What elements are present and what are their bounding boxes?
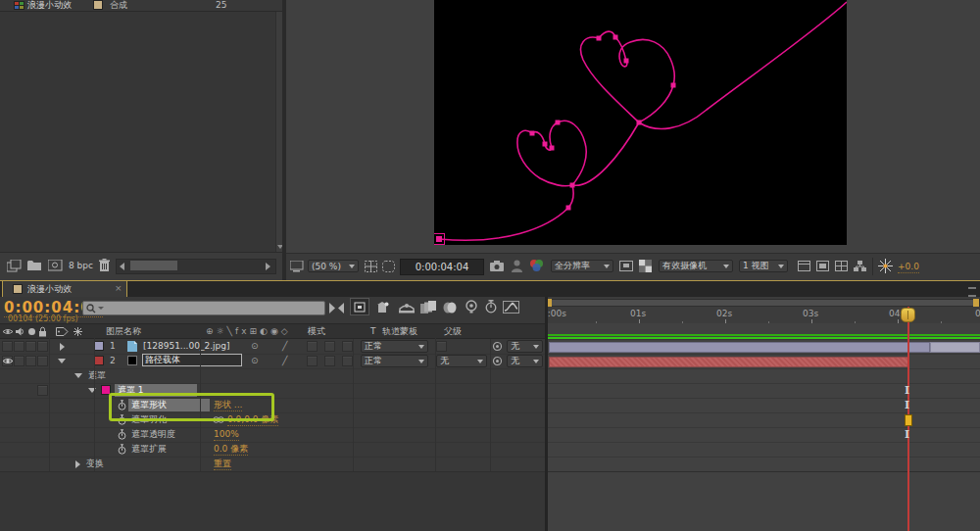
lock-toggle-cell[interactable] xyxy=(37,341,48,352)
new-folder-icon[interactable] xyxy=(27,260,42,271)
layer-label-chip[interactable] xyxy=(94,356,104,365)
work-area-start-handle[interactable] xyxy=(548,299,552,307)
stopwatch-icon[interactable] xyxy=(118,444,126,455)
transform-row[interactable]: 变换 重置 xyxy=(0,457,547,471)
layer-2-duration-bar[interactable] xyxy=(549,357,908,367)
collapse-arrow-icon[interactable] xyxy=(74,373,82,378)
property-name[interactable]: 遮罩透明度 xyxy=(131,429,175,440)
show-snapshot-icon[interactable] xyxy=(512,260,522,272)
column-track-matte[interactable]: 轨道蒙板 xyxy=(382,326,417,337)
column-mode[interactable]: 模式 xyxy=(308,326,325,337)
toggle-pixel-aspect-icon[interactable] xyxy=(798,261,810,271)
auto-keyframe-icon[interactable] xyxy=(482,299,500,314)
bit-depth-label[interactable]: 8 bpc xyxy=(69,261,93,271)
layer-name-edit-box[interactable]: 路径载体 xyxy=(142,354,242,366)
property-name[interactable]: 遮罩扩展 xyxy=(131,444,167,455)
column-layer-name[interactable]: 图层名称 xyxy=(106,326,141,337)
project-item-label-chip[interactable] xyxy=(93,0,103,10)
tab-close-icon[interactable]: × xyxy=(115,283,122,294)
current-time-indicator-head[interactable] xyxy=(901,308,915,322)
frame-blending-icon[interactable] xyxy=(398,300,416,315)
panel-menu-icon[interactable] xyxy=(968,287,976,297)
property-value[interactable]: 100% xyxy=(214,429,239,441)
magnification-dropdown[interactable]: (50 %) xyxy=(308,260,359,272)
keyframe-marker[interactable]: I xyxy=(905,400,909,410)
layer-label-chip[interactable] xyxy=(94,341,104,351)
switch-cell[interactable] xyxy=(324,341,335,352)
transparency-grid-icon[interactable] xyxy=(639,260,652,272)
mask-visibility-icon[interactable] xyxy=(382,261,395,272)
viewer-timecode-box[interactable]: 0:00:04:04 xyxy=(400,259,484,275)
switch-cell[interactable] xyxy=(342,341,353,352)
collapse-switch-icon[interactable]: ⊙ xyxy=(251,356,259,366)
work-area-bar[interactable] xyxy=(548,299,980,307)
selected-keyframe-marker[interactable] xyxy=(905,414,912,426)
scroll-left-arrow-icon[interactable] xyxy=(120,263,124,270)
column-parent[interactable]: 父级 xyxy=(444,326,462,337)
keyframe-marker[interactable]: I xyxy=(905,429,909,440)
brainstorm-icon[interactable] xyxy=(463,299,480,314)
composition-canvas[interactable] xyxy=(434,0,847,245)
audio-toggle-cell[interactable] xyxy=(14,341,24,352)
blend-mode-dropdown[interactable]: 正常 xyxy=(361,355,428,367)
work-area-end-handle[interactable] xyxy=(973,299,979,307)
snapshot-camera-icon[interactable] xyxy=(490,261,505,271)
keyframe-marker[interactable]: I xyxy=(905,385,909,396)
transform-label[interactable]: 变换 xyxy=(86,459,104,469)
scroll-right-arrow-icon[interactable] xyxy=(266,263,270,270)
parent-dropdown[interactable]: 无 xyxy=(507,355,543,367)
layer-1-duration-bar[interactable] xyxy=(549,342,930,353)
timeline-tab[interactable]: 浪漫小动效 × xyxy=(2,281,127,298)
exposure-value[interactable]: +0.0 xyxy=(898,262,919,273)
switch-cell[interactable] xyxy=(324,356,335,366)
track-matte-dropdown[interactable]: 无 xyxy=(436,355,487,367)
mask-group-label[interactable]: 遮罩 xyxy=(88,370,106,381)
trash-icon[interactable] xyxy=(99,259,110,271)
switch-cell[interactable] xyxy=(307,341,318,352)
shy-layers-icon[interactable] xyxy=(373,300,391,315)
layer-row-2[interactable]: 2 路径载体 ⊙ ╱ 正常 无 xyxy=(0,354,547,368)
show-channel-icon[interactable] xyxy=(529,259,544,272)
property-value[interactable]: 0.0 像素 xyxy=(214,444,248,456)
switch-cell[interactable] xyxy=(307,356,318,366)
timeline-button-icon[interactable] xyxy=(835,261,848,271)
layer-row-1[interactable]: 1 [128951...00_2.jpg] ⊙ ╱ 正常 无 xyxy=(0,339,547,354)
parent-pickwhip-icon[interactable] xyxy=(492,356,503,366)
collapse-switch-icon[interactable]: ⊙ xyxy=(251,341,259,352)
mask-opacity-row[interactable]: 遮罩透明度 100% xyxy=(0,427,547,442)
quality-switch-icon[interactable]: ╱ xyxy=(282,356,287,366)
project-item-row[interactable]: 浪漫小动效 合成 25 xyxy=(0,0,282,11)
stopwatch-icon[interactable] xyxy=(118,429,126,440)
lock-toggle-cell[interactable] xyxy=(37,356,48,366)
layer-name[interactable]: [128951...00_2.jpg] xyxy=(143,341,229,352)
parent-pickwhip-icon[interactable] xyxy=(492,341,503,352)
switch-cell[interactable] xyxy=(342,356,353,366)
parent-dropdown[interactable]: 无 xyxy=(507,340,543,353)
interpret-footage-icon[interactable] xyxy=(7,260,22,272)
flowchart-button-icon[interactable] xyxy=(854,261,866,271)
region-of-interest-icon[interactable] xyxy=(619,261,633,271)
video-toggle-cell[interactable] xyxy=(2,341,13,352)
timeline-search-field[interactable] xyxy=(82,301,325,315)
blend-mode-dropdown[interactable]: 正常 xyxy=(361,340,428,353)
eye-icon[interactable] xyxy=(2,357,14,365)
resolution-dropdown[interactable]: 全分辨率 xyxy=(551,260,613,272)
layer-1-duration-bar-tail[interactable] xyxy=(930,342,980,353)
expand-arrow-icon[interactable] xyxy=(60,343,65,351)
mask-group-row[interactable]: 遮罩 xyxy=(0,368,547,383)
horizontal-scroll-thumb[interactable] xyxy=(130,261,177,270)
solo-toggle-cell[interactable] xyxy=(25,356,36,366)
expand-arrow-icon[interactable] xyxy=(75,460,80,468)
collapse-arrow-icon[interactable] xyxy=(58,359,66,363)
project-horizontal-scrollbar[interactable] xyxy=(116,259,276,274)
column-t[interactable]: T xyxy=(370,326,376,337)
audio-toggle-cell[interactable] xyxy=(14,356,24,366)
exposure-flare-icon[interactable] xyxy=(878,259,893,273)
draft-3d-icon[interactable] xyxy=(350,298,369,315)
mask-expansion-row[interactable]: 遮罩扩展 0.0 像素 xyxy=(0,442,547,457)
mini-flowchart-icon[interactable] xyxy=(327,300,345,315)
new-composition-icon[interactable] xyxy=(48,260,63,271)
quality-switch-icon[interactable]: ╱ xyxy=(282,341,287,352)
lens-blur-icon[interactable] xyxy=(441,300,459,315)
view-layout-dropdown[interactable]: 1 视图 xyxy=(739,260,788,272)
